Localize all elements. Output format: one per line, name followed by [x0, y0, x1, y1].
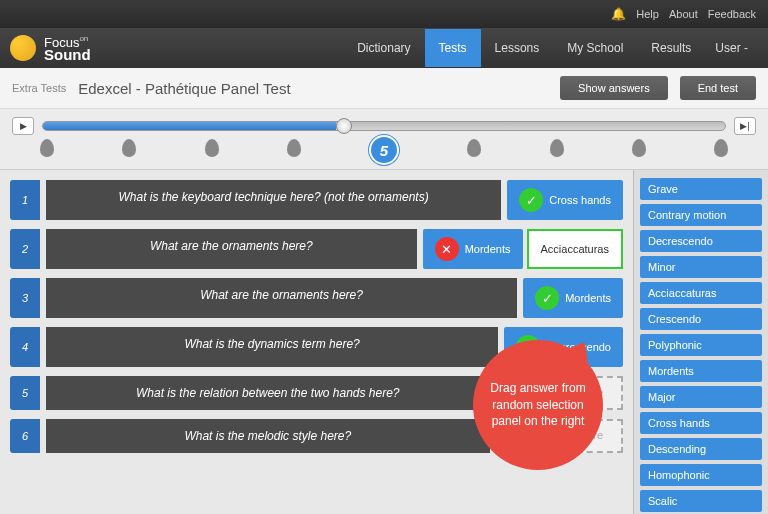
question-text: What are the ornaments here?	[46, 229, 417, 269]
draggable-answer[interactable]: Grave	[640, 178, 762, 200]
progress-handle[interactable]	[336, 118, 352, 134]
draggable-answer[interactable]: Scalic	[640, 490, 762, 512]
show-answers-button[interactable]: Show answers	[560, 76, 668, 100]
audio-player: ▶ ▶| 5	[0, 109, 768, 170]
answer-chip[interactable]: ✓Cross hands	[507, 180, 623, 220]
play-icon[interactable]: ▶	[12, 117, 34, 135]
question-row: 3 What are the ornaments here? ✓Mordents	[10, 278, 623, 318]
about-link[interactable]: About	[669, 8, 698, 20]
marker[interactable]	[467, 139, 481, 157]
brand-on: on	[79, 34, 88, 43]
marker[interactable]	[632, 139, 646, 157]
question-number: 2	[10, 229, 40, 269]
question-number: 1	[10, 180, 40, 220]
feedback-link[interactable]: Feedback	[708, 8, 756, 20]
draggable-answer[interactable]: Cross hands	[640, 412, 762, 434]
page-title: Edexcel - Pathétique Panel Test	[78, 80, 548, 97]
check-icon: ✓	[535, 286, 559, 310]
answer-label: Cross hands	[549, 194, 611, 206]
question-number: 6	[10, 419, 40, 453]
answer-chip[interactable]: ✓Mordents	[523, 278, 623, 318]
help-link[interactable]: Help	[636, 8, 659, 20]
brand-sound: Sound	[44, 47, 91, 62]
question-text: What is the dynamics term here?	[46, 327, 498, 367]
question-number: 5	[10, 376, 40, 410]
notification-icon[interactable]: 🔔	[611, 7, 626, 21]
draggable-answer[interactable]: Contrary motion	[640, 204, 762, 226]
draggable-answer[interactable]: Acciaccaturas	[640, 282, 762, 304]
answer-panel: Grave Contrary motion Decrescendo Minor …	[633, 170, 768, 514]
correct-answer-chip[interactable]: Acciaccaturas	[527, 229, 623, 269]
question-text: What is the relation between the two han…	[46, 376, 490, 410]
end-test-button[interactable]: End test	[680, 76, 756, 100]
draggable-answer[interactable]: Mordents	[640, 360, 762, 382]
marker[interactable]	[550, 139, 564, 157]
question-text: What is the keyboard technique here? (no…	[46, 180, 501, 220]
cross-icon: ✕	[435, 237, 459, 261]
navbar: Focuson Sound Dictionary Tests Lessons M…	[0, 28, 768, 68]
logo[interactable]: Focuson Sound	[10, 35, 343, 62]
logo-icon	[10, 35, 36, 61]
draggable-answer[interactable]: Descending	[640, 438, 762, 460]
question-text: What is the melodic style here?	[46, 419, 490, 453]
draggable-answer[interactable]: Major	[640, 386, 762, 408]
marker[interactable]	[714, 139, 728, 157]
progress-fill	[43, 122, 336, 130]
marker[interactable]	[205, 139, 219, 157]
topbar: 🔔 Help About Feedback	[0, 0, 768, 28]
progress-track[interactable]	[42, 121, 726, 131]
breadcrumb[interactable]: Extra Tests	[12, 82, 66, 94]
question-row: 2 What are the ornaments here? ✕Mordents…	[10, 229, 623, 269]
marker[interactable]	[287, 139, 301, 157]
nav-tests[interactable]: Tests	[425, 29, 481, 67]
draggable-answer[interactable]: Homophonic	[640, 464, 762, 486]
nav-lessons[interactable]: Lessons	[481, 29, 554, 67]
question-text: What are the ornaments here?	[46, 278, 517, 318]
content-area: 1 What is the keyboard technique here? (…	[0, 170, 768, 514]
draggable-answer[interactable]: Decrescendo	[640, 230, 762, 252]
skip-end-icon[interactable]: ▶|	[734, 117, 756, 135]
hint-callout: Drag answer from random selection panel …	[473, 340, 603, 470]
answer-label: Mordents	[465, 243, 511, 255]
marker[interactable]	[122, 139, 136, 157]
marker[interactable]	[40, 139, 54, 157]
draggable-answer[interactable]: Minor	[640, 256, 762, 278]
answer-chip[interactable]: ✕Mordents	[423, 229, 523, 269]
nav-dictionary[interactable]: Dictionary	[343, 29, 424, 67]
marker-active[interactable]: 5	[369, 135, 399, 165]
answer-label: Mordents	[565, 292, 611, 304]
user-menu[interactable]: User -	[705, 41, 758, 55]
draggable-answer[interactable]: Crescendo	[640, 308, 762, 330]
question-number: 3	[10, 278, 40, 318]
question-number: 4	[10, 327, 40, 367]
nav-results[interactable]: Results	[637, 29, 705, 67]
subheader: Extra Tests Edexcel - Pathétique Panel T…	[0, 68, 768, 109]
check-icon: ✓	[519, 188, 543, 212]
questions-list: 1 What is the keyboard technique here? (…	[0, 170, 633, 514]
nav-myschool[interactable]: My School	[553, 29, 637, 67]
section-markers: 5	[12, 135, 756, 165]
draggable-answer[interactable]: Polyphonic	[640, 334, 762, 356]
question-row: 1 What is the keyboard technique here? (…	[10, 180, 623, 220]
